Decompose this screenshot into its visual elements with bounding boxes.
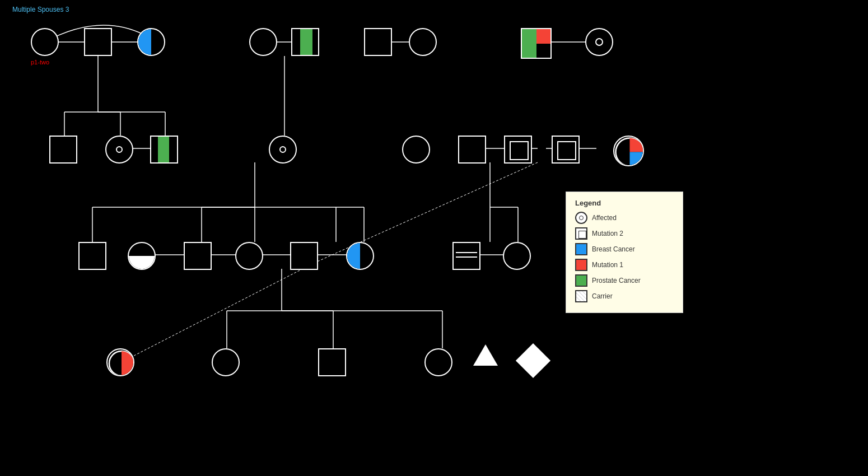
r3-male3 bbox=[290, 242, 318, 270]
r4-female2 bbox=[424, 348, 452, 376]
r3-carrier-female bbox=[128, 242, 156, 270]
legend-title: Legend bbox=[575, 199, 674, 207]
r2-pie-right bbox=[613, 136, 644, 166]
r1-female3 bbox=[249, 28, 277, 56]
r2-mutation2-a bbox=[504, 136, 532, 164]
r4-female1 bbox=[212, 348, 240, 376]
legend-label-mutation1: Mutation 1 bbox=[592, 261, 623, 269]
r1-female4 bbox=[409, 28, 437, 56]
legend-label-prostate-cancer: Prostate Cancer bbox=[592, 277, 641, 284]
r1-female2-halfblue bbox=[137, 28, 165, 56]
legend-label-breast-cancer: Breast Cancer bbox=[592, 245, 635, 253]
r2-affected1 bbox=[105, 136, 133, 164]
r3-male2 bbox=[184, 242, 212, 270]
legend-label-mutation2: Mutation 2 bbox=[592, 230, 623, 237]
r2-male-right bbox=[458, 136, 486, 164]
r3-male-right bbox=[452, 242, 480, 270]
r3-male1 bbox=[78, 242, 106, 270]
legend-item-breast-cancer: Breast Cancer bbox=[575, 243, 674, 255]
r2-male-green bbox=[150, 136, 178, 164]
legend-label-affected: Affected bbox=[592, 214, 617, 222]
r4-male1 bbox=[318, 348, 346, 376]
legend-item-affected: Affected bbox=[575, 212, 674, 224]
legend-item-mutation2: Mutation 2 bbox=[575, 227, 674, 240]
r2-mutation2-b bbox=[552, 136, 580, 164]
r1-male1 bbox=[84, 28, 112, 56]
legend-item-carrier: Carrier bbox=[575, 290, 674, 302]
r1-female1 bbox=[31, 28, 59, 56]
r3-halfblue bbox=[346, 242, 374, 270]
svg-line-1 bbox=[123, 263, 314, 361]
legend-item-mutation1: Mutation 1 bbox=[575, 259, 674, 271]
r2-female-right bbox=[402, 136, 430, 164]
r1-male-greenred bbox=[521, 28, 552, 59]
r1-affected bbox=[585, 28, 613, 56]
r4-pie bbox=[106, 348, 134, 376]
r4-diamond bbox=[516, 343, 550, 378]
legend-box: Legend Affected Mutation 2 Breast Cancer… bbox=[566, 192, 683, 313]
legend-label-carrier: Carrier bbox=[592, 292, 613, 300]
r1-male-green bbox=[291, 28, 319, 56]
r2-affected2 bbox=[269, 136, 297, 164]
r3-female-right bbox=[503, 242, 531, 270]
r3-female1 bbox=[235, 242, 263, 270]
label-p1two: p1-two bbox=[31, 59, 49, 66]
label-multiple-spouses: Multiple Spouses 3 bbox=[12, 6, 69, 13]
legend-item-prostate-cancer: Prostate Cancer bbox=[575, 274, 674, 287]
r4-triangle bbox=[473, 344, 498, 366]
r1-male3 bbox=[364, 28, 392, 56]
r2-male1 bbox=[49, 136, 77, 164]
